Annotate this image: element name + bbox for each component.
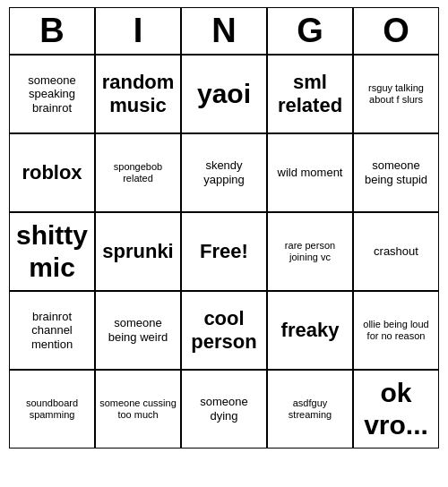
bingo-cell: brainrot channel mention [9, 291, 95, 370]
bingo-cell: someone cussing too much [95, 370, 181, 449]
bingo-cell: crashout [353, 212, 439, 291]
bingo-cell: wild moment [267, 133, 353, 212]
bingo-cell: freaky [267, 291, 353, 370]
bingo-cell: someone being stupid [353, 133, 439, 212]
title-letter: G [267, 7, 353, 55]
bingo-cell: someone being weird [95, 291, 181, 370]
bingo-cell: sml related [267, 55, 353, 133]
bingo-cell: someone dying [181, 370, 267, 449]
bingo-cell: spongebob related [95, 133, 181, 212]
bingo-cell: ok vro... [353, 370, 439, 449]
title-letter: O [353, 7, 439, 55]
bingo-cell: asdfguy streaming [267, 370, 353, 449]
title-letter: I [95, 7, 181, 55]
bingo-cell: roblox [9, 133, 95, 212]
bingo-title: BINGO [9, 7, 439, 55]
bingo-cell: random music [95, 55, 181, 133]
bingo-cell: sprunki [95, 212, 181, 291]
bingo-cell: shitty mic [9, 212, 95, 291]
title-letter: N [181, 7, 267, 55]
bingo-cell: yaoi [181, 55, 267, 133]
title-letter: B [9, 7, 95, 55]
bingo-cell: someone speaking brainrot [9, 55, 95, 133]
bingo-cell: Free! [181, 212, 267, 291]
bingo-cell: soundboard spamming [9, 370, 95, 449]
bingo-card: BINGO someone speaking brainrotrandom mu… [9, 7, 439, 449]
bingo-cell: ollie being loud for no reason [353, 291, 439, 370]
bingo-cell: skendy yapping [181, 133, 267, 212]
bingo-cell: rare person joining vc [267, 212, 353, 291]
bingo-grid: someone speaking brainrotrandom musicyao… [9, 55, 439, 449]
bingo-cell: cool person [181, 291, 267, 370]
bingo-cell: rsguy talking about f slurs [353, 55, 439, 133]
